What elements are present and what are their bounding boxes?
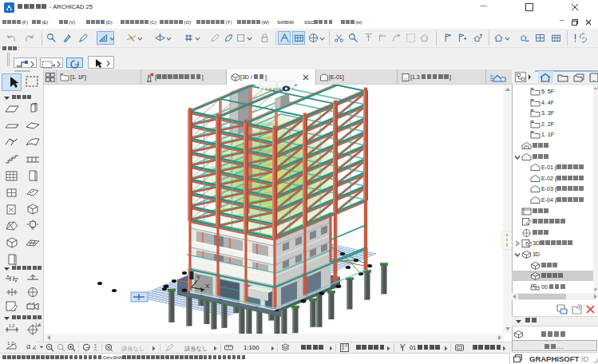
svg-text:1.2: 1.2	[9, 323, 14, 328]
svg-text:Y: Y	[196, 274, 201, 281]
svg-text:α: α	[26, 342, 30, 350]
svg-text:X: X	[205, 283, 210, 290]
svg-text:1.2: 1.2	[7, 341, 14, 346]
